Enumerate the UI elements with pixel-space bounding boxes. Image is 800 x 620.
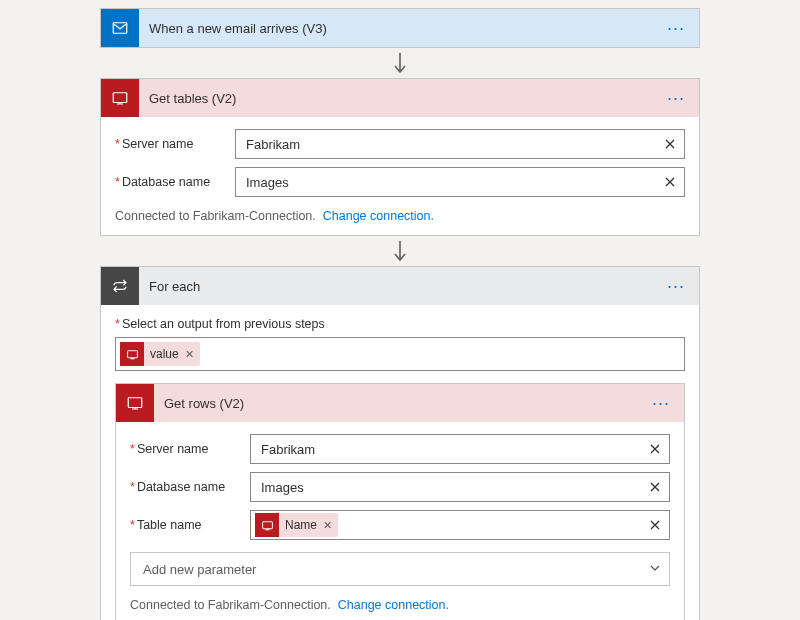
clear-icon[interactable] <box>645 477 665 497</box>
get-rows-card: Get rows (V2) ··· *Server name Fabrikam <box>115 383 685 620</box>
sql-icon <box>120 342 144 366</box>
trigger-card[interactable]: When a new email arrives (V3) ··· <box>100 8 700 48</box>
trigger-header[interactable]: When a new email arrives (V3) ··· <box>101 9 699 47</box>
rows-db-input[interactable]: Images <box>250 472 670 502</box>
foreach-title: For each <box>139 279 661 294</box>
rows-table-label: *Table name <box>130 518 250 532</box>
server-name-row: *Server name Fabrikam <box>115 129 685 159</box>
database-name-value: Images <box>246 175 660 190</box>
database-name-label: *Database name <box>115 175 235 189</box>
rows-server-row: *Server name Fabrikam <box>130 434 670 464</box>
rows-table-row: *Table name Name ✕ <box>130 510 670 540</box>
outlook-icon <box>101 9 139 47</box>
database-name-input[interactable]: Images <box>235 167 685 197</box>
clear-icon[interactable] <box>660 134 680 154</box>
server-name-label: *Server name <box>115 137 235 151</box>
connection-info: Connected to Fabrikam-Connection. Change… <box>115 205 685 223</box>
clear-icon[interactable] <box>645 515 665 535</box>
trigger-menu-button[interactable]: ··· <box>661 18 691 39</box>
connector-arrow-2 <box>100 236 700 266</box>
remove-token-icon[interactable]: ✕ <box>185 348 200 361</box>
get-rows-header[interactable]: Get rows (V2) ··· <box>116 384 684 422</box>
svg-rect-1 <box>113 93 127 103</box>
get-tables-header[interactable]: Get tables (V2) ··· <box>101 79 699 117</box>
foreach-card: For each ··· *Select an output from prev… <box>100 266 700 620</box>
clear-icon[interactable] <box>645 439 665 459</box>
rows-db-row: *Database name Images <box>130 472 670 502</box>
rows-server-label: *Server name <box>130 442 250 456</box>
rows-table-input[interactable]: Name ✕ <box>250 510 670 540</box>
server-name-input[interactable]: Fabrikam <box>235 129 685 159</box>
sql-icon <box>116 384 154 422</box>
get-tables-card: Get tables (V2) ··· *Server name Fabrika… <box>100 78 700 236</box>
remove-token-icon[interactable]: ✕ <box>323 519 338 532</box>
name-token-label: Name <box>279 518 323 532</box>
foreach-output-input[interactable]: value ✕ <box>115 337 685 371</box>
sql-icon <box>101 79 139 117</box>
change-connection-link[interactable]: Change connection. <box>338 598 449 612</box>
svg-rect-2 <box>127 350 137 357</box>
svg-rect-3 <box>128 398 142 408</box>
svg-rect-4 <box>262 521 272 528</box>
server-name-value: Fabrikam <box>246 137 660 152</box>
foreach-select-label: *Select an output from previous steps <box>115 317 685 331</box>
rows-db-label: *Database name <box>130 480 250 494</box>
add-parameter-dropdown[interactable]: Add new parameter <box>130 552 670 586</box>
rows-server-value: Fabrikam <box>261 442 645 457</box>
foreach-menu-button[interactable]: ··· <box>661 276 691 297</box>
name-token-chip: Name ✕ <box>255 513 338 537</box>
get-tables-menu-button[interactable]: ··· <box>661 88 691 109</box>
add-parameter-label: Add new parameter <box>143 562 256 577</box>
value-token-label: value <box>144 347 185 361</box>
foreach-header[interactable]: For each ··· <box>101 267 699 305</box>
get-rows-title: Get rows (V2) <box>154 396 646 411</box>
loop-icon <box>101 267 139 305</box>
rows-connection-info: Connected to Fabrikam-Connection. Change… <box>130 594 670 612</box>
trigger-title: When a new email arrives (V3) <box>139 21 661 36</box>
clear-icon[interactable] <box>660 172 680 192</box>
value-token-chip: value ✕ <box>120 342 200 366</box>
rows-server-input[interactable]: Fabrikam <box>250 434 670 464</box>
get-tables-title: Get tables (V2) <box>139 91 661 106</box>
database-name-row: *Database name Images <box>115 167 685 197</box>
get-rows-menu-button[interactable]: ··· <box>646 393 676 414</box>
rows-db-value: Images <box>261 480 645 495</box>
chevron-down-icon <box>649 562 661 577</box>
change-connection-link[interactable]: Change connection. <box>323 209 434 223</box>
connector-arrow-1 <box>100 48 700 78</box>
sql-icon <box>255 513 279 537</box>
